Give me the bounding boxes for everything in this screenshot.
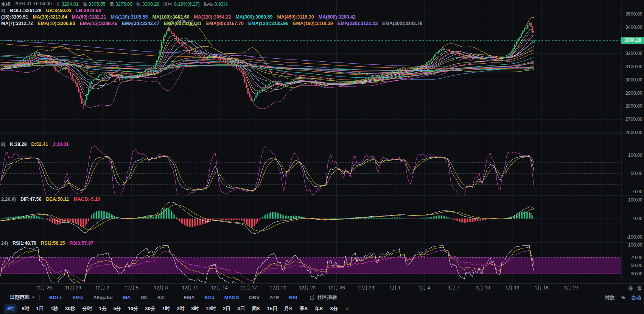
rsi-axis-label: 50.00 <box>631 262 642 269</box>
price-axis-label: 2800.00 <box>625 103 642 109</box>
price-axis-label: 2900.00 <box>625 90 642 96</box>
date-axis-label: 1月 16 <box>535 285 549 291</box>
indicator-toggle-atr[interactable]: ATR <box>269 295 279 300</box>
timeframe-item-5[interactable]: 分时 <box>82 305 92 312</box>
community-indicators-button[interactable]: 社区指标 <box>310 294 337 301</box>
chips-toggle-button[interactable]: 筹 <box>628 285 633 292</box>
macd-axis-label: -100.00 <box>627 234 642 240</box>
price-axis-label: 3400.00 <box>625 24 642 30</box>
timeframe-item-15[interactable]: 3日 <box>237 305 245 312</box>
date-axis-label: 12月 8 <box>154 285 168 291</box>
ema-10-line <box>1 32 534 92</box>
kdj-axis-label: 50.00 <box>631 170 642 177</box>
close-timeframe-icon[interactable]: × <box>346 306 349 312</box>
price-axis-label: 2600.00 <box>625 130 642 136</box>
timeframe-item-9[interactable]: 30分 <box>145 305 155 312</box>
chart-canvas[interactable] <box>0 0 644 283</box>
indicator-toggle-ema[interactable]: EMA <box>184 295 195 300</box>
scale-controls: 对数 % 自动 <box>605 292 641 303</box>
toolbar-divider <box>174 295 174 300</box>
indicator-toggle-kc[interactable]: KC <box>157 295 165 300</box>
indicator-toggle-rsi[interactable]: RSI <box>289 295 297 300</box>
timeframe-item-0[interactable]: 4时 <box>4 304 17 313</box>
date-axis-label: 12月 29 <box>358 285 374 291</box>
log-scale-button[interactable]: 对数 <box>605 294 614 301</box>
indicator-toggle-ema[interactable]: EMA <box>72 295 83 300</box>
date-axis-label: 11月 29 <box>65 285 81 291</box>
timeframe-item-8[interactable]: 10分 <box>128 305 138 312</box>
price-axis-label: 2700.00 <box>625 116 642 122</box>
timeframe-bar: 4时8时1日1秒30秒分时1分5分10分30分1时2时3时12时2日3日周K15… <box>0 303 644 314</box>
price-axis-label: 3200.00 <box>625 50 642 56</box>
indicator-toggle-boll[interactable]: BOLL <box>49 295 62 300</box>
timeframe-item-3[interactable]: 1秒 <box>51 305 58 312</box>
kdj-axis-label: 100.00 <box>628 152 642 158</box>
candle-wicks-up <box>2 21 534 105</box>
indicator-toggle-obv[interactable]: OBV <box>249 295 260 300</box>
macd-axis-label: 0.00 <box>633 216 642 222</box>
timeframe-item-19[interactable]: 季K <box>300 305 308 312</box>
timeframe-item-4[interactable]: 30秒 <box>65 305 75 312</box>
date-axis-label: 12月 17 <box>240 285 257 291</box>
macd-histogram-down <box>0 219 535 228</box>
date-axis-label: 1月 10 <box>476 285 490 291</box>
timeframe-item-11[interactable]: 2时 <box>177 305 184 312</box>
date-axis-label: 12月 26 <box>328 285 345 291</box>
main-indicator-group: BOLLEMAAlligatorMADCKC <box>44 295 170 300</box>
timeframe-item-16[interactable]: 周K <box>252 305 260 312</box>
timeframe-item-6[interactable]: 1分 <box>99 305 106 312</box>
sub-indicator-group: EMAKDJMACDOBVATRRSI <box>179 295 302 300</box>
timeframe-item-21[interactable]: 3分 <box>330 305 338 312</box>
community-indicators-label: 社区指标 <box>317 294 337 301</box>
time-axis[interactable]: 筹 爆 11月 2611月 2912月 212月 512月 812月 1112月… <box>0 283 644 292</box>
date-axis-label: 11月 26 <box>36 285 52 291</box>
timeframe-item-13[interactable]: 12时 <box>206 305 216 312</box>
timeframe-item-12[interactable]: 3时 <box>191 305 199 312</box>
auto-scale-button[interactable]: 自动 <box>631 294 641 301</box>
macd-histogram-up <box>2 208 533 219</box>
timeframe-item-20[interactable]: 年K <box>315 305 323 312</box>
timeframe-item-17[interactable]: 15日 <box>267 305 277 312</box>
chart-area[interactable] <box>0 0 644 283</box>
date-axis-label: 1月 7 <box>448 285 459 291</box>
timeframe-item-14[interactable]: 2日 <box>223 305 230 312</box>
date-axis-label: 12月 14 <box>211 285 228 291</box>
date-axis-label: 1月 13 <box>505 285 519 291</box>
date-range-label: 日期范围 <box>10 294 30 301</box>
toolbar-divider <box>39 295 40 300</box>
price-axis-label: 3000.00 <box>625 77 642 83</box>
date-axis-label: 12月 11 <box>182 285 198 291</box>
date-axis-label: 12月 2 <box>95 285 109 291</box>
indicator-toggle-alligator[interactable]: Alligator <box>93 295 113 300</box>
rsi-axis-label: 30.00 <box>631 271 642 277</box>
rsi-axis-label: 70.00 <box>631 255 642 261</box>
timeframe-item-7[interactable]: 5分 <box>114 305 121 312</box>
date-axis-label: 1月 19 <box>564 285 578 291</box>
timeframe-item-2[interactable]: 1日 <box>36 305 44 312</box>
indicator-toggle-macd[interactable]: MACD <box>224 295 239 300</box>
visible-high-marker: ← 3446.12 <box>171 19 193 24</box>
current-price-badge: 3300.28 <box>621 37 644 44</box>
price-axis-label: 3100.00 <box>625 64 642 70</box>
date-axis-label: 1月 1 <box>389 285 401 291</box>
date-axis-label: 1月 4 <box>419 285 430 291</box>
indicator-toolbar: 日期范围 BOLLEMAAlligatorMADCKC EMAKDJMACDOB… <box>0 292 644 303</box>
edit-indicator-icon <box>310 295 315 300</box>
liquidation-toggle-button[interactable]: 爆 <box>637 285 642 292</box>
kdj-axis-label: 0.00 <box>633 189 642 195</box>
indicator-toggle-dc[interactable]: DC <box>140 295 148 300</box>
date-range-button[interactable]: 日期范围 <box>10 294 35 301</box>
date-axis-label: 12月 5 <box>124 285 138 291</box>
date-axis-label: 12月 20 <box>270 285 286 291</box>
macd-axis-label: 100.00 <box>628 197 642 203</box>
indicator-toggle-kdj[interactable]: KDJ <box>205 295 215 300</box>
chevron-down-icon <box>32 297 35 298</box>
timeframe-item-1[interactable]: 8时 <box>22 305 29 312</box>
percent-scale-button[interactable]: % <box>621 295 625 300</box>
date-axis-label: 12月 23 <box>299 285 316 291</box>
timeframe-item-18[interactable]: 月K <box>284 305 292 312</box>
rsi-axis-label: 100.00 <box>628 242 642 248</box>
indicator-toggle-ma[interactable]: MA <box>123 295 131 300</box>
price-axis-label: 3500.00 <box>625 11 642 17</box>
timeframe-item-10[interactable]: 1时 <box>162 305 170 312</box>
